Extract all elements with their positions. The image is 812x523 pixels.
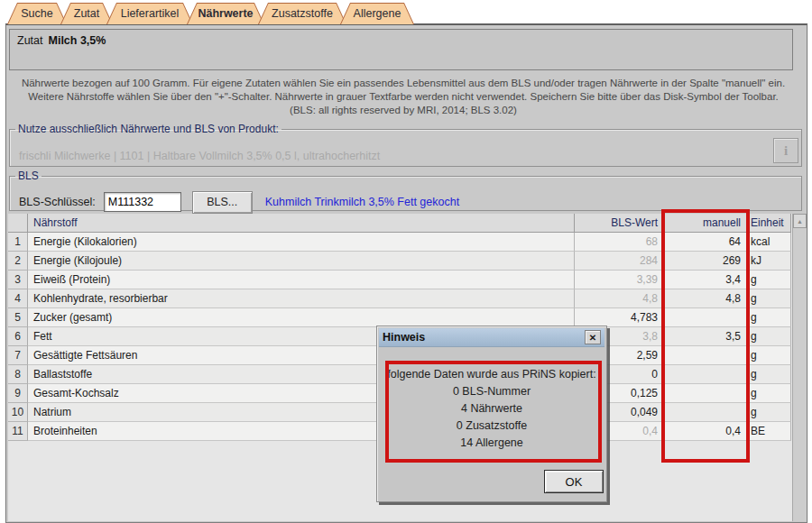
col-header-einheit[interactable]: Einheit xyxy=(747,214,791,233)
row-number[interactable]: 5 xyxy=(8,308,28,327)
unit-value[interactable]: kcal xyxy=(747,233,791,252)
ok-button[interactable]: OK xyxy=(544,470,604,493)
tab-label: Nährwerte xyxy=(196,7,254,20)
manual-value[interactable] xyxy=(664,384,747,403)
tab-label: Suche xyxy=(19,7,54,20)
tab-label: Zusatzstoffe xyxy=(270,7,335,20)
table-scrollbar[interactable]: ▲ xyxy=(792,214,807,521)
hinweis-dialog: Hinweis ✕ folgende Daten wurde aus PRiNS… xyxy=(376,326,607,502)
bls-value[interactable]: 68 xyxy=(575,233,664,252)
row-number[interactable]: 7 xyxy=(8,346,28,365)
tab-allergene[interactable]: Allergene xyxy=(340,3,414,24)
col-header-bls-wert[interactable]: BLS-Wert xyxy=(575,214,664,233)
produkt-groupbox: Nutze ausschließlich Nährwerte und BLS v… xyxy=(9,123,802,167)
manual-value[interactable] xyxy=(664,403,747,422)
bls-groupbox: BLS BLS-Schlüssel: BLS... Kuhmilch Trink… xyxy=(9,170,802,211)
bls-value[interactable]: 3,39 xyxy=(575,271,664,289)
row-number[interactable]: 8 xyxy=(8,365,28,384)
bls-value[interactable]: 4,783 xyxy=(575,308,664,327)
header-corner xyxy=(8,214,28,233)
tab-bar: SucheZutatLieferartikelNährwerteZusatzst… xyxy=(7,2,408,24)
bls-lookup-button[interactable]: BLS... xyxy=(192,191,253,214)
row-number[interactable]: 10 xyxy=(8,403,28,422)
unit-value[interactable]: g xyxy=(747,403,791,422)
unit-value[interactable]: g xyxy=(747,271,791,289)
row-number[interactable]: 11 xyxy=(8,422,28,441)
ingredient-name: Milch 3,5% xyxy=(49,34,106,47)
row-number[interactable]: 2 xyxy=(8,252,28,271)
manual-value[interactable]: 3,4 xyxy=(664,271,747,289)
unit-value[interactable]: g xyxy=(747,365,791,384)
row-number[interactable]: 6 xyxy=(8,327,28,346)
dialog-message-line: 14 Allergene xyxy=(377,435,606,452)
nutrient-name[interactable]: Zucker (gesamt) xyxy=(28,308,575,327)
col-header-naehrstoff[interactable]: Nährstoff xyxy=(28,214,575,233)
nutrition-window: SucheZutatLieferartikelNährwerteZusatzst… xyxy=(0,0,812,523)
row-number[interactable]: 3 xyxy=(8,271,28,289)
dialog-message-line: 0 BLS-Nummer xyxy=(377,383,606,400)
unit-value[interactable]: BE xyxy=(747,422,791,441)
tab-suche[interactable]: Suche xyxy=(7,3,67,24)
info-icon[interactable]: i xyxy=(773,138,798,163)
table-row[interactable]: 4Kohlenhydrate, resorbierbar4,84,8g xyxy=(8,289,807,308)
manual-value[interactable] xyxy=(664,346,747,365)
tab-lieferartikel[interactable]: Lieferartikel xyxy=(106,3,193,24)
ingredient-header: ZutatMilch 3,5% xyxy=(9,29,793,70)
nutrient-name[interactable]: Eiweiß (Protein) xyxy=(28,271,575,289)
col-header-manuell[interactable]: manuell xyxy=(664,214,747,233)
dialog-titlebar[interactable]: Hinweis ✕ xyxy=(379,328,604,347)
ingredient-label: Zutat xyxy=(17,34,43,47)
tab-label: Zutat xyxy=(72,7,102,20)
bls-value[interactable]: 4,8 xyxy=(575,289,664,308)
table-row[interactable]: 2Energie (Kilojoule)284269kJ xyxy=(8,252,807,271)
info-text: Nährwerte bezogen auf 100 Gramm. Für eig… xyxy=(17,77,789,117)
unit-value[interactable]: g xyxy=(747,308,791,327)
table-row[interactable]: 1Energie (Kilokalorien)6864kcal xyxy=(8,233,807,252)
scroll-up-icon[interactable]: ▲ xyxy=(793,214,807,228)
manual-value[interactable] xyxy=(664,308,747,327)
tab-label: Lieferartikel xyxy=(119,7,181,20)
row-number[interactable]: 4 xyxy=(8,289,28,308)
table-row[interactable]: 3Eiweiß (Protein)3,393,4g xyxy=(8,271,807,289)
manual-value[interactable]: 0,4 xyxy=(664,422,747,441)
manual-value[interactable]: 4,8 xyxy=(664,289,747,308)
bls-legend: BLS xyxy=(15,170,42,182)
table-header: Nährstoff BLS-Wert manuell Einheit xyxy=(8,214,807,233)
bls-key-input[interactable] xyxy=(104,192,181,212)
manual-value[interactable]: 269 xyxy=(664,252,747,271)
dialog-message-line: 0 Zusatzstoffe xyxy=(377,417,606,435)
unit-value[interactable]: g xyxy=(747,327,791,346)
dialog-message-line: 4 Nährwerte xyxy=(377,400,606,417)
manual-value[interactable]: 64 xyxy=(664,233,747,252)
unit-value[interactable]: g xyxy=(747,289,791,308)
bls-description: Kuhmilch Trinkmilch 3,5% Fett gekocht xyxy=(265,196,459,208)
row-number[interactable]: 9 xyxy=(8,384,28,403)
tab-naehrwerte[interactable]: Nährwerte xyxy=(187,3,264,24)
close-icon[interactable]: ✕ xyxy=(585,330,601,344)
unit-value[interactable]: kJ xyxy=(747,252,791,271)
manual-value[interactable] xyxy=(664,365,747,384)
row-number[interactable]: 1 xyxy=(8,233,28,252)
unit-value[interactable]: g xyxy=(747,384,791,403)
dialog-title: Hinweis xyxy=(383,331,585,344)
tab-zutat[interactable]: Zutat xyxy=(60,3,113,24)
tab-zusatzstoffe[interactable]: Zusatzstoffe xyxy=(258,3,346,24)
dialog-message-line: folgende Daten wurde aus PRiNS kopiert: xyxy=(377,366,606,383)
produkt-legend: Nutze ausschließlich Nährwerte und BLS v… xyxy=(15,123,281,135)
manual-value[interactable]: 3,5 xyxy=(664,327,747,346)
bls-key-label: BLS-Schlüssel: xyxy=(19,196,96,208)
bls-value[interactable]: 284 xyxy=(575,252,664,271)
nutrient-name[interactable]: Energie (Kilokalorien) xyxy=(28,233,575,252)
nutrient-name[interactable]: Energie (Kilojoule) xyxy=(28,252,575,271)
unit-value[interactable]: g xyxy=(747,346,791,365)
dialog-message: folgende Daten wurde aus PRiNS kopiert:0… xyxy=(377,366,606,452)
produkt-value: frischli Milchwerke | 1101 | Haltbare Vo… xyxy=(19,150,380,162)
nutrient-name[interactable]: Kohlenhydrate, resorbierbar xyxy=(28,289,575,308)
table-row[interactable]: 5Zucker (gesamt)4,783g xyxy=(8,308,807,327)
tab-label: Allergene xyxy=(352,7,403,20)
